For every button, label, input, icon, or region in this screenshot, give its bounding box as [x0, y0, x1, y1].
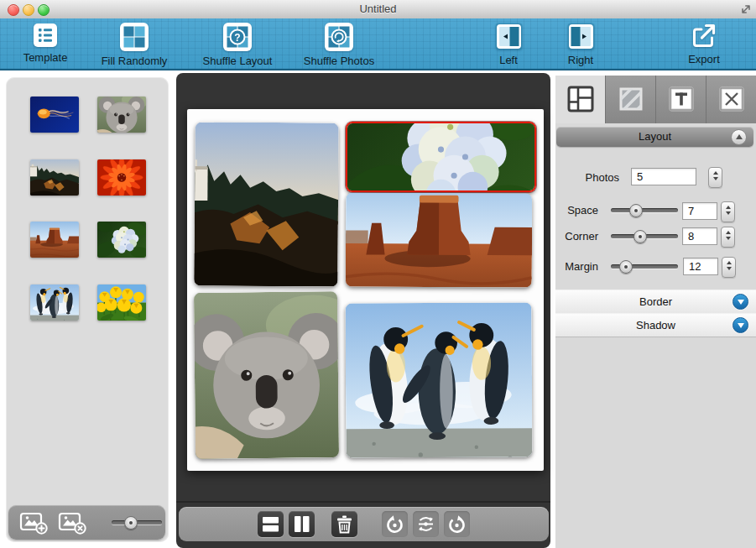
layout-section-title: Layout [639, 130, 671, 143]
thumbnail-lighthouse-coast[interactable] [30, 159, 79, 196]
split-horizontal-button[interactable] [258, 511, 284, 537]
corner-slider-knob[interactable] [633, 230, 647, 243]
photos-label: Photos [555, 171, 619, 184]
export-arrow-icon [691, 23, 717, 50]
expand-shadow-button[interactable] [733, 317, 748, 333]
split-vertical-icon [289, 511, 315, 537]
inspector-panel: Layout Photos Space Corner Margin Border [555, 76, 756, 548]
rotate-ccw-button[interactable] [382, 511, 408, 537]
left-panel-toggle-icon [495, 23, 523, 50]
collage-photo-lighthouse-coast[interactable] [194, 122, 338, 286]
rotate-cw-icon [444, 511, 470, 537]
corner-stepper[interactable] [721, 227, 735, 248]
stepper-down-icon [713, 177, 718, 180]
shadow-section-title: Shadow [636, 319, 675, 331]
trash-icon [331, 511, 357, 537]
thumbnail-zoom-slider-knob[interactable] [124, 516, 138, 530]
flip-icon [413, 511, 439, 537]
add-photo-icon[interactable] [19, 511, 50, 535]
collapse-arrow-icon [736, 134, 743, 139]
space-slider[interactable] [611, 208, 678, 212]
corner-value-field[interactable] [682, 227, 717, 245]
thumbnail-jellyfish[interactable] [30, 97, 79, 133]
right-panel-toggle-button[interactable]: Right [534, 20, 627, 67]
thumbnail-zoom-slider[interactable] [112, 520, 162, 525]
export-button[interactable]: Export [658, 20, 750, 67]
canvas-divider [176, 501, 550, 503]
margin-value-field[interactable] [683, 258, 718, 275]
photos-stepper[interactable] [708, 167, 722, 188]
grid-cycle-icon [325, 23, 353, 51]
template-list-icon [33, 23, 58, 48]
tab-none[interactable] [706, 76, 756, 123]
margin-slider-knob[interactable] [619, 260, 633, 274]
right-panel-toggle-icon [567, 23, 595, 50]
svg-text:?: ? [234, 32, 240, 44]
collapse-layout-button[interactable] [731, 129, 747, 145]
thumbnail-koala[interactable] [97, 97, 146, 133]
rotate-ccw-icon [382, 511, 408, 537]
expand-arrow-icon [738, 300, 744, 305]
border-section-header[interactable]: Border [555, 290, 756, 314]
right-label: Right [534, 54, 627, 66]
grid-squares-icon [120, 23, 149, 51]
split-horizontal-icon [258, 511, 284, 537]
rotate-cw-button[interactable] [444, 511, 470, 537]
shadow-section-header[interactable]: Shadow [555, 313, 756, 337]
corner-label: Corner [555, 230, 598, 243]
layout-tab-icon [567, 86, 594, 112]
margin-label: Margin [555, 260, 598, 273]
stepper-up-icon [713, 171, 718, 175]
tab-text[interactable] [655, 76, 706, 123]
thumbnail-yellow-tulips[interactable] [97, 284, 146, 321]
space-label: Space [555, 204, 598, 217]
shuffle-photos-button[interactable]: Shuffle Photos [293, 20, 385, 67]
corner-slider[interactable] [611, 234, 678, 238]
photo-bin-toolbar [8, 505, 165, 540]
titlebar: Untitled [0, 0, 756, 19]
template-label: Template [0, 51, 91, 64]
fill-randomly-label: Fill Randomly [88, 55, 180, 67]
flip-button[interactable] [413, 511, 439, 537]
delete-cell-button[interactable] [331, 511, 357, 537]
remove-photo-icon[interactable] [58, 511, 88, 535]
split-vertical-button[interactable] [289, 511, 315, 537]
thumbnail-red-flower[interactable] [97, 159, 146, 196]
collage-photo-koala[interactable] [194, 291, 339, 459]
space-value-field[interactable] [682, 202, 717, 220]
cell-toolbar [179, 507, 549, 541]
thumbnail-penguins[interactable] [30, 284, 79, 321]
border-section-title: Border [639, 295, 672, 308]
grid-question-icon: ? [223, 23, 252, 51]
background-tab-icon [618, 86, 644, 112]
collage-photo-penguins[interactable] [346, 302, 533, 457]
template-button[interactable]: Template [0, 20, 91, 67]
expand-border-button[interactable] [733, 294, 748, 310]
window-title: Untitled [0, 3, 756, 15]
expand-arrow-icon [738, 323, 744, 328]
text-tab-icon [668, 86, 695, 112]
photos-count-field[interactable] [631, 168, 696, 185]
main-toolbar: Template Fill Randomly ? Shuffle Layout [0, 18, 756, 70]
thumbnail-hydrangea[interactable] [97, 222, 146, 258]
fullscreen-arrows-icon[interactable] [740, 3, 752, 15]
space-stepper[interactable] [721, 201, 735, 222]
tab-background[interactable] [605, 76, 656, 123]
collage-photo-hydrangea-selected[interactable] [346, 122, 536, 192]
export-label: Export [658, 53, 750, 65]
collage-photo-monument-valley[interactable] [346, 193, 532, 288]
margin-slider[interactable] [611, 264, 678, 269]
thumbnail-monument-valley[interactable] [30, 222, 79, 258]
space-slider-knob[interactable] [629, 204, 643, 217]
x-tab-icon [718, 86, 745, 112]
shuffle-layout-label: Shuffle Layout [191, 55, 284, 67]
app-window: { "window": { "title": "Untitled", "traf… [0, 0, 756, 548]
fill-randomly-button[interactable]: Fill Randomly [88, 20, 180, 67]
tab-layout[interactable] [555, 76, 605, 123]
shuffle-photos-label: Shuffle Photos [293, 55, 385, 67]
margin-stepper[interactable] [722, 257, 736, 278]
layout-section-header[interactable]: Layout [556, 127, 753, 147]
shuffle-layout-button[interactable]: ? Shuffle Layout [191, 20, 284, 67]
